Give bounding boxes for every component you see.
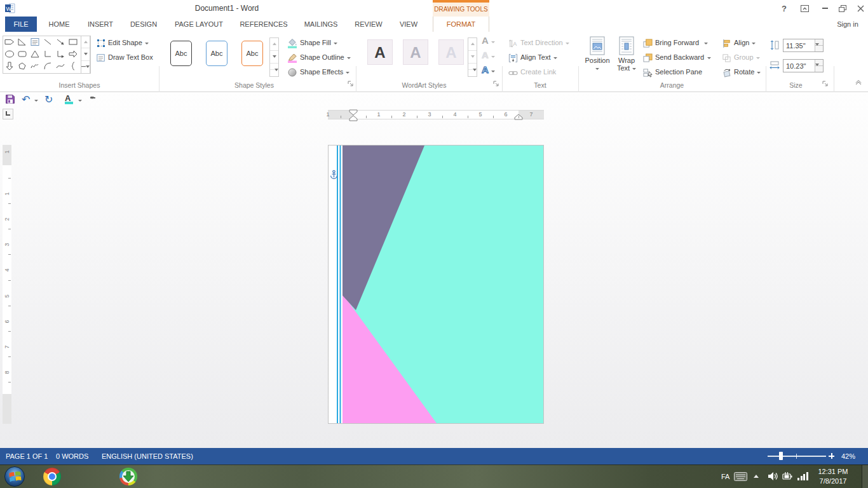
tab-review[interactable]: REVIEW — [347, 17, 390, 32]
shape-arrow-icon[interactable] — [54, 36, 67, 48]
shape-freeform-icon[interactable] — [16, 60, 29, 72]
ribbon-display-options-button[interactable] — [797, 3, 812, 14]
text-direction-button[interactable]: AText Direction — [508, 36, 569, 50]
tab-design[interactable]: DESIGN — [124, 17, 163, 32]
show-desktop-button[interactable] — [862, 465, 868, 488]
language-indicator[interactable]: ENGLISH (UNITED STATES) — [102, 452, 193, 460]
styles-more-icon[interactable] — [270, 64, 278, 76]
tab-insert[interactable]: INSERT — [81, 17, 120, 32]
draw-text-box-button[interactable]: Draw Text Box — [97, 51, 153, 64]
align-text-button[interactable]: Align Text — [508, 51, 557, 64]
shape-arc-icon[interactable] — [41, 60, 54, 72]
gallery-more-icon[interactable] — [81, 61, 90, 73]
v-ruler[interactable]: 112345678 — [3, 145, 11, 424]
page[interactable] — [328, 145, 544, 424]
text-outline-button[interactable]: A — [482, 49, 495, 62]
shape-fill-button[interactable]: Shape Fill — [287, 36, 337, 50]
tray-volume-icon[interactable] — [768, 471, 778, 481]
wordart-scroll[interactable] — [468, 37, 477, 77]
tab-file[interactable]: FILE — [5, 17, 37, 32]
shape-width-spin-down[interactable] — [815, 66, 823, 72]
text-effects-button[interactable]: A — [482, 64, 495, 77]
tray-power-icon[interactable] — [782, 471, 793, 481]
shape-effects-button[interactable]: Shape Effects — [287, 65, 349, 79]
selection-pane-button[interactable]: Selection Pane — [643, 65, 702, 79]
shape-isosceles-triangle-icon[interactable] — [29, 48, 41, 60]
tab-mailings[interactable]: MAILINGS — [297, 17, 344, 32]
wordart-more-icon[interactable] — [468, 64, 477, 76]
zoom-out-button[interactable] — [758, 8, 764, 9]
tray-keyboard-icon[interactable] — [734, 472, 747, 481]
shape-outline-button[interactable]: Shape Outline — [287, 51, 351, 64]
shape-right-triangle-icon[interactable] — [16, 36, 29, 48]
wrap-text-button[interactable]: WrapText — [613, 35, 641, 82]
tray-clock[interactable]: 12:31 PM 7/8/2017 — [813, 467, 853, 486]
wordart-chip-3[interactable]: A — [438, 39, 464, 65]
shape-styles-scroll[interactable] — [269, 37, 279, 77]
styles-down-icon[interactable] — [270, 51, 278, 64]
first-line-indent-marker[interactable] — [349, 109, 358, 122]
undo-dropdown[interactable] — [34, 100, 38, 102]
shape-style-chip-1[interactable]: Abc — [170, 41, 192, 66]
tab-format-active[interactable]: FORMAT — [433, 17, 489, 32]
page-indicator[interactable]: PAGE 1 OF 1 — [6, 452, 48, 460]
group-button[interactable]: Group — [722, 51, 760, 64]
word-count[interactable]: 0 WORDS — [56, 452, 88, 460]
position-button[interactable]: Position — [583, 35, 611, 82]
save-button[interactable] — [5, 94, 15, 105]
shape-rectangle-icon[interactable] — [67, 36, 79, 48]
tab-references[interactable]: REFERENCES — [234, 17, 294, 32]
shape-style-chip-2[interactable]: Abc — [206, 41, 227, 66]
shape-gallery-scroll[interactable] — [81, 36, 90, 74]
tab-view[interactable]: VIEW — [393, 17, 424, 32]
shape-curve-icon[interactable] — [54, 60, 67, 72]
restore-button[interactable] — [835, 3, 850, 14]
shape-down-arrow-icon[interactable] — [3, 60, 16, 72]
shape-height-field[interactable]: 11.35" — [783, 39, 824, 52]
taskbar-item-idm-pinned[interactable] — [119, 468, 137, 485]
shape-elbow-arrow-connector-icon[interactable] — [54, 48, 67, 60]
shape-right-arrow-icon[interactable] — [67, 48, 79, 60]
shape-rounded-rectangle-icon[interactable] — [16, 48, 29, 60]
h-ruler[interactable]: 11234567 — [0, 109, 868, 120]
shape-line-icon[interactable] — [41, 36, 54, 48]
taskbar-item-chrome-pinned[interactable] — [43, 468, 61, 485]
shape-height-spin-down[interactable] — [815, 46, 823, 51]
gallery-up-icon[interactable] — [81, 36, 90, 48]
minimize-button[interactable] — [817, 3, 832, 14]
wordart-dialog-launcher[interactable] — [492, 80, 500, 88]
rotate-button[interactable]: Rotate — [722, 65, 761, 79]
start-button[interactable] — [4, 466, 25, 488]
wordart-chip-2[interactable]: A — [403, 39, 428, 65]
zoom-slider-track[interactable] — [768, 456, 826, 457]
bring-forward-button[interactable]: Bring Forward — [643, 36, 708, 50]
tab-home[interactable]: HOME — [40, 17, 78, 32]
close-button[interactable] — [853, 3, 868, 14]
undo-button[interactable] — [22, 95, 30, 105]
qat-customize-button[interactable] — [90, 97, 95, 107]
send-backward-button[interactable]: Send Backward — [643, 51, 711, 64]
align-button[interactable]: Align — [722, 36, 756, 50]
zoom-percentage[interactable]: 42% — [841, 452, 855, 460]
wordart-down-icon[interactable] — [468, 51, 477, 64]
shape-style-chip-3[interactable]: Abc — [241, 41, 263, 66]
font-color-button[interactable]: A — [65, 93, 73, 104]
text-fill-button[interactable]: A — [482, 34, 495, 48]
shape-elbow-connector-icon[interactable] — [41, 48, 54, 60]
sign-in-link[interactable]: Sign in — [831, 17, 864, 32]
shape-oval-icon[interactable] — [3, 48, 16, 60]
zoom-in-button[interactable] — [829, 453, 834, 459]
styles-up-icon[interactable] — [270, 38, 278, 51]
shape-left-brace-icon[interactable] — [67, 60, 79, 72]
redo-button[interactable] — [44, 95, 53, 105]
edit-shape-button[interactable]: Edit Shape — [97, 36, 149, 50]
tray-language-indicator[interactable]: FA — [721, 473, 729, 480]
gallery-down-icon[interactable] — [81, 48, 90, 60]
collapse-ribbon-icon[interactable] — [855, 80, 862, 85]
shape-scribble-icon[interactable] — [29, 60, 41, 72]
tab-page-layout[interactable]: PAGE LAYOUT — [166, 17, 231, 32]
wordart-up-icon[interactable] — [468, 38, 477, 51]
wordart-chip-1[interactable]: A — [367, 39, 393, 65]
shape-text-box-icon[interactable] — [29, 36, 41, 48]
tray-network-icon[interactable] — [797, 471, 809, 480]
